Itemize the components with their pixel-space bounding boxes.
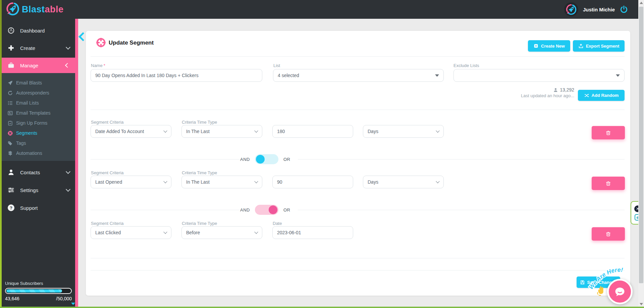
scroll-down-arrow-icon[interactable] [640,303,643,305]
header-divider [91,56,625,57]
topbar: Blastable Justin Michie [2,0,638,19]
submenu-item-email-lists[interactable]: Email Lists [2,98,75,108]
and-or-switch[interactable] [255,205,278,215]
date-input-row3[interactable] [272,226,353,239]
logic-rule-left [91,159,241,160]
submenu-label: Email Lists [16,100,39,106]
plus-icon [7,44,15,52]
sidebar-item-label: Settings [20,187,38,193]
brand-logo[interactable]: Blastable [6,2,64,17]
dropdown-triangle-icon [616,74,620,77]
sidebar-item-manage[interactable]: Manage [2,58,75,73]
select-chevron-icon [163,129,167,132]
sidebar-caret-icon[interactable] [71,303,75,305]
rocket-logo-icon [6,2,20,17]
time-type-select-row1[interactable]: In The Last [181,125,262,138]
logout-power-icon[interactable] [620,5,628,14]
list-select-value: 4 selected [278,73,299,78]
refresh-icon [7,90,13,96]
sidebar-item-label: Support [20,205,38,211]
submenu-label: Tags [16,140,26,146]
sidebar-item-contacts[interactable]: Contacts [2,165,75,180]
sidebar-item-dashboard[interactable]: Dashboard [2,23,75,38]
logic-rule-right [298,210,625,210]
scrollbar-thumb[interactable] [639,7,643,283]
exclude-lists-select[interactable] [453,69,625,82]
submenu-item-segments[interactable]: Segments [2,128,75,138]
delete-criteria-row3-button[interactable] [592,227,625,241]
users-icon [553,87,558,93]
trash-icon [605,181,611,186]
submenu-item-autoresponders[interactable]: Autoresponders [2,88,75,98]
select-chevron-icon [163,179,167,183]
criteria-select-row3[interactable]: Last Clicked [91,226,171,239]
app-window: Blastable Justin Michie D [0,0,644,308]
save-icon [580,280,585,285]
user-avatar[interactable] [564,2,578,16]
submenu-item-automations[interactable]: Automations [2,148,75,158]
and-label: AND [240,207,250,212]
dashboard-icon [7,27,15,34]
sidebar-divider [75,19,78,307]
usage-meter: Unique Subscribers 43,646 /50,000 [2,281,75,301]
criteria-label: Segment Criteria [91,120,124,125]
sidebar: Dashboard Create Manage Email Blasts Aut… [2,19,75,307]
submenu-label: Sign Up Forms [16,120,47,126]
chat-launcher-button[interactable] [607,279,633,304]
subscriber-count-info: 13,292 Last updated an hour ago... [521,87,574,99]
sidebar-item-settings[interactable]: Settings [2,182,75,198]
and-or-switch[interactable] [255,154,278,164]
and-label: AND [240,157,250,162]
submenu-item-email-blasts[interactable]: Email Blasts [2,78,75,88]
value-input-row2[interactable] [272,176,353,188]
sidebar-item-support[interactable]: ? Support [2,200,75,215]
manage-submenu: Email Blasts Autoresponders Email Lists … [2,73,75,161]
submenu-item-tags[interactable]: Tags [2,138,75,148]
time-type-label: Criteria Time Type [182,170,217,175]
time-type-select-row2[interactable]: In The Last [181,176,262,188]
last-updated-text: Last updated an hour ago... [521,93,574,99]
list-icon [7,100,13,106]
unit-select-row1[interactable]: Days [363,125,444,138]
submenu-label: Automations [16,150,42,156]
submenu-label: Email Templates [16,110,50,116]
subscriber-limit: /50,000 [56,296,72,301]
submenu-label: Autoresponders [16,90,49,96]
subscriber-progress-bar [5,288,72,294]
required-asterisk: * [104,63,105,68]
plus-square-icon [533,43,539,49]
switch-knob [256,155,265,164]
dropdown-triangle-icon [435,74,439,77]
chevron-down-icon [66,169,70,174]
export-icon [578,43,584,49]
newspaper-icon [7,110,13,116]
logic-rule-left [91,210,241,210]
criteria-select-row2[interactable]: Last Opened [91,176,171,188]
submenu-label: Email Blasts [16,80,42,85]
sidebar-item-create[interactable]: Create [2,40,75,56]
delete-criteria-row2-button[interactable] [592,177,625,190]
segment-name-input[interactable] [91,69,262,82]
sidebar-item-label: Create [20,45,35,51]
export-segment-button[interactable]: Export Segment [573,40,625,52]
clipboard-check-icon [7,120,13,126]
submenu-item-email-templates[interactable]: Email Templates [2,108,75,118]
avatar-rocket-icon [566,4,577,15]
list-select[interactable]: 4 selected [273,69,444,82]
tags-icon [7,140,13,146]
trash-icon [605,231,611,237]
subscriber-count: 43,646 [5,296,19,301]
criteria-select-row1[interactable]: Date Added To Account [91,125,171,138]
create-new-button[interactable]: Create New [528,40,570,52]
date-label: Date [273,221,282,226]
scroll-up-arrow-icon[interactable] [640,2,643,4]
page-scrollbar[interactable] [638,0,644,307]
value-input-row1[interactable] [272,125,353,138]
update-segment-card: Update Segment Create New Export Segment… [86,31,630,296]
unit-select-row2[interactable]: Days [363,176,444,188]
brand-name: Blastable [22,4,64,15]
submenu-item-sign-up-forms[interactable]: Sign Up Forms [2,118,75,128]
add-random-button[interactable]: Add Random [578,90,625,101]
time-type-select-row3[interactable]: Before [181,226,262,239]
delete-criteria-row1-button[interactable] [592,126,625,139]
